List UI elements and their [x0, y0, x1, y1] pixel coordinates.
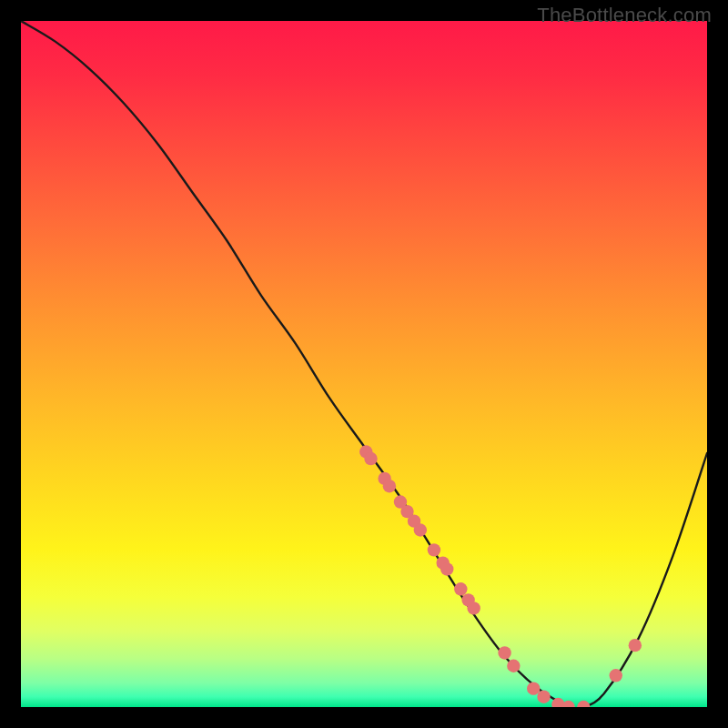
plot-area: [21, 21, 707, 707]
data-dot: [364, 452, 377, 465]
data-dot: [467, 602, 480, 614]
data-dot: [440, 562, 453, 575]
data-dot: [428, 543, 440, 556]
data-dot: [383, 480, 396, 492]
data-dot: [498, 646, 511, 659]
data-dot: [527, 682, 540, 694]
data-dot: [610, 669, 622, 682]
gradient-background: [21, 21, 707, 707]
watermark-text: TheBottleneck.com: [537, 4, 712, 27]
chart-stage: TheBottleneck.com: [0, 0, 728, 728]
data-dot: [507, 660, 520, 672]
plot-svg: [21, 21, 707, 707]
data-dot: [629, 639, 642, 652]
data-dot: [414, 523, 427, 536]
data-dot: [454, 582, 467, 595]
data-dot: [537, 690, 550, 703]
